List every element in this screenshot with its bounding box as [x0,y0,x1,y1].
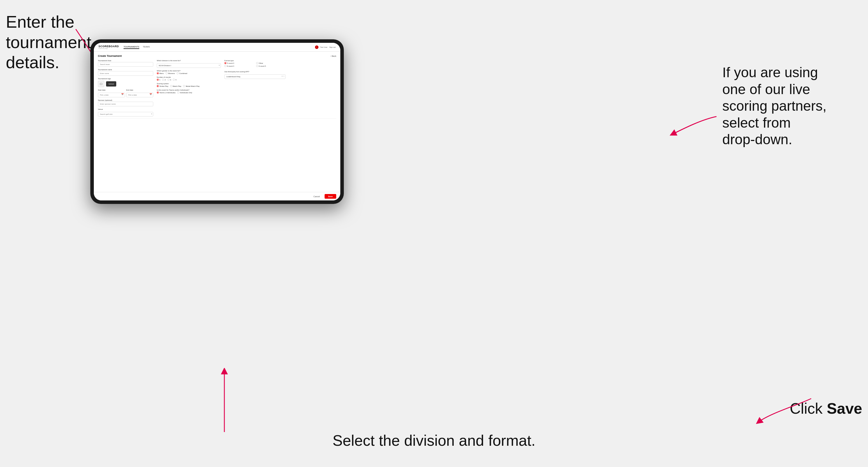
form-col-3: Format type 5 count 4 Other [224,60,285,117]
format-6count4-radio[interactable] [224,65,226,67]
rounds-3[interactable]: 3 [167,79,171,81]
scoring-radio-group: Stroke Play Match Play Medal Match Play [157,85,221,87]
annotation-top-left: Enter the tournament details. [6,12,91,72]
back-link[interactable]: ‹ Back [331,55,336,57]
api-input[interactable] [224,74,285,79]
api-group: Use third-party live scoring API? × ÷ [224,71,285,79]
teams-plus-label: Teams (+Individuals) [159,92,176,94]
gender-womens-radio[interactable] [165,72,167,74]
end-date-label: End date [126,89,153,91]
scoring-medal-radio[interactable] [183,85,185,87]
navbar: SCOREBOARD Powered by clippit TOURNAMENT… [94,43,340,52]
rounds-2-label: 2 [165,79,165,81]
rounds-group: Number of rounds 1 2 [157,76,221,81]
rounds-3-radio[interactable] [167,79,169,81]
format-6count5-label: 6 count 5 [259,65,266,67]
date-group: Start date 📅 End date 📅 [98,89,153,97]
nav-tabs: TOURNAMENTS TEAMS [124,45,315,49]
end-date-wrapper: 📅 [126,91,153,97]
gender-combined-label: Combined [179,72,187,74]
format-5count4-radio[interactable] [224,62,226,64]
form-col-1: Tournament Host Tournament name Tourname… [98,60,153,117]
teams-plus-individuals[interactable]: Teams (+Individuals) [157,91,176,94]
rounds-2-radio[interactable] [162,79,164,81]
format-5count4[interactable]: 5 count 4 [224,62,254,64]
individuals-only[interactable]: Individuals Only [177,91,192,94]
division-input[interactable] [157,63,221,68]
sponsor-group: Sponsor (optional) [98,99,153,106]
gender-womens-label: Womens [168,72,175,74]
cancel-button[interactable]: Cancel [311,194,323,199]
venue-input[interactable] [98,112,153,117]
format-options: 5 count 4 Other 6 count 4 [224,62,285,67]
nav-tab-tournaments[interactable]: TOURNAMENTS [124,45,139,49]
calendar-icon-2: 📅 [150,93,152,96]
rounds-1-label: 1 [159,79,160,81]
scoring-match-radio[interactable] [170,85,172,87]
scoring-medal-label: Medal Match Play [186,85,199,87]
format-6count4[interactable]: 6 count 4 [224,65,254,67]
rounds-radio-group: 1 2 3 4 [157,79,221,81]
page-header: Create Tournament ‹ Back [98,55,336,57]
form-col-2: Which division is the event for? ▾ Which… [157,60,221,117]
form-footer: Cancel Save [94,192,340,200]
image-icon [100,83,102,85]
sponsor-input[interactable] [98,102,153,106]
tournament-name-input[interactable] [98,71,153,76]
scoring-stroke[interactable]: Stroke Play [157,85,168,87]
scoring-group: Scoring system Stroke Play Match Play [157,83,221,87]
rounds-1[interactable]: 1 [157,79,160,81]
main-content: Create Tournament ‹ Back Tournament Host… [94,52,340,192]
format-other[interactable]: Other [256,62,285,64]
rounds-4[interactable]: 4 [173,79,176,81]
logo-upload-area: Upload [98,81,153,87]
gender-label: Which gender is the event for? [157,70,221,72]
gender-combined-radio[interactable] [177,72,179,74]
teams-radio[interactable] [157,91,159,94]
format-other-radio[interactable] [256,62,258,64]
scoring-medal-match[interactable]: Medal Match Play [183,85,199,87]
format-6count5-radio[interactable] [256,65,258,67]
gender-mens[interactable]: Mens [157,72,164,74]
end-date-group: End date 📅 [126,89,153,97]
tournament-host-input[interactable] [98,62,153,67]
tournament-logo-label: Tournament logo [98,78,153,80]
gender-mens-radio[interactable] [157,72,159,74]
annotation-bottom-center: Select the division and format. [333,432,535,449]
nav-right: T Test User Sign out [315,45,336,49]
individuals-label: Individuals Only [180,92,192,94]
api-clear-icon[interactable]: × ÷ [281,75,284,77]
gender-combined[interactable]: Combined [177,72,187,74]
tournament-logo-group: Tournament logo Upload [98,78,153,87]
gender-radio-group: Mens Womens Combined [157,72,221,74]
gender-group: Which gender is the event for? Mens Wome… [157,70,221,74]
rounds-4-radio[interactable] [173,79,175,81]
format-6count5[interactable]: 6 count 5 [256,65,285,67]
start-date-wrapper: 📅 [98,91,125,97]
brand-sub: Powered by clippit [98,48,119,49]
logo-placeholder [98,81,104,87]
scoring-stroke-radio[interactable] [157,85,159,87]
api-label: Use third-party live scoring API? [224,71,285,72]
nav-tab-teams[interactable]: TEAMS [143,45,150,49]
start-date-label: Start date [98,89,125,91]
venue-wrapper: ▾ [98,111,153,117]
rounds-2[interactable]: 2 [162,79,165,81]
teams-label: Is this event for Teams and/or Individua… [157,89,221,91]
rounds-1-radio[interactable] [157,79,159,81]
save-button[interactable]: Save [324,194,336,199]
form-divider [98,118,336,119]
scoring-label: Scoring system [157,83,221,85]
start-date-group: Start date 📅 [98,89,125,97]
upload-button[interactable]: Upload [106,81,116,87]
venue-chevron-icon: ▾ [151,113,152,115]
scoring-match[interactable]: Match Play [170,85,182,87]
gender-womens[interactable]: Womens [165,72,175,74]
individuals-radio[interactable] [177,91,179,94]
rounds-label: Number of rounds [157,76,221,78]
tablet-frame: SCOREBOARD Powered by clippit TOURNAMENT… [90,39,344,204]
brand-name: SCOREBOARD [98,45,119,48]
format-5count4-label: 5 count 4 [227,62,234,64]
sign-out-link[interactable]: Sign out [329,46,336,48]
form-grid: Tournament Host Tournament name Tourname… [98,60,336,117]
